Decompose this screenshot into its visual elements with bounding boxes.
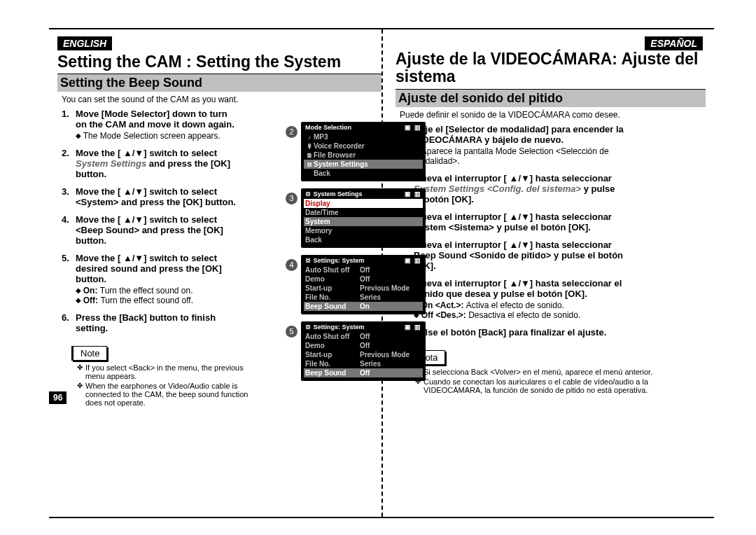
lang-tag-espanol: ESPAÑOL — [645, 36, 703, 50]
section-heading-right: Ajuste del sonido del pitido — [396, 89, 706, 107]
step-item: 5.Mueva el interruptor [ ▲/▼] hasta sele… — [400, 278, 624, 320]
manual-page: ENGLISH Setting the CAM : Setting the Sy… — [49, 28, 714, 518]
screen-badge: 2 — [286, 126, 298, 138]
screen-badge: 4 — [286, 259, 298, 271]
step-item: 4.Mueva el interruptor [ ▲/▼] hasta sele… — [400, 239, 624, 271]
menu-row: DemoOff — [304, 275, 423, 284]
menu-row: File No.Series — [304, 293, 423, 302]
screen-preview: 2Mode Selection▣ ▥♪MP3🎙Voice Recorder🗎Fi… — [301, 122, 426, 181]
right-column: ESPAÑOL Ajuste de la VIDEOCÁMARA: Ajuste… — [382, 29, 714, 396]
page-number: 96 — [49, 391, 66, 404]
menu-row: Start-upPrevious Mode — [304, 350, 423, 359]
step-item: 2.Move the [ ▲/▼] switch to select Syste… — [62, 148, 237, 179]
menu-row: File No.Series — [304, 359, 423, 368]
section-heading-left: Setting the Beep Sound — [57, 74, 382, 92]
menu-row: Display — [304, 199, 423, 208]
intro-text-left: You can set the sound of the CAM as you … — [62, 95, 382, 104]
menu-row: Auto Shut offOff — [304, 265, 423, 275]
menu-row: Beep SoundOff — [304, 368, 423, 377]
page-title-right: Ajuste de la VIDEOCÁMARA: Ajuste del sis… — [396, 50, 706, 86]
menu-row: 🎙Voice Recorder — [304, 141, 423, 151]
menu-row: Memory — [304, 226, 423, 235]
intro-text-right: Puede definir el sonido de la VIDEOCÁMAR… — [400, 110, 706, 120]
menu-row: Start-upPrevious Mode — [304, 284, 423, 293]
note-item: Cuando se conectan los auriculares o el … — [415, 377, 706, 394]
menu-row: System — [304, 217, 423, 226]
step-item: 3.Move the [ ▲/▼] switch to select <Syst… — [62, 186, 237, 207]
menu-row: ⛭System Settings — [304, 160, 423, 169]
menu-row: Back — [304, 169, 423, 178]
menu-row: Date/Time — [304, 208, 423, 217]
note-list-left: If you select <Back> in the menu, the pr… — [77, 363, 252, 407]
screen-badge: 3 — [286, 193, 298, 204]
steps-left: 1.Move [Mode Selector] down to turn on t… — [62, 109, 237, 333]
step-item: 5.Move the [ ▲/▼] switch to select desir… — [62, 253, 237, 305]
menu-row: 🗎File Browser — [304, 151, 423, 160]
screen-preview: 3⛭ System Settings▣ ▥DisplayDate/TimeSys… — [301, 188, 426, 248]
step-item: 3.Mueva el interruptor [ ▲/▼] hasta sele… — [400, 211, 624, 232]
step-item: 6.Pulse el botón [Back] para finalizar e… — [400, 327, 624, 338]
note-item: When the earphones or Video/Audio cable … — [77, 382, 252, 407]
menu-row: ♪MP3 — [304, 132, 423, 141]
note-list-right: Si selecciona Back <Volver> en el menú, … — [415, 368, 706, 394]
screen-preview: 5⛭ Settings: System▣ ▥Auto Shut offOffDe… — [301, 321, 426, 381]
page-title-left: Setting the CAM : Setting the System — [57, 53, 382, 71]
screen-preview: 4⛭ Settings: System▣ ▥Auto Shut offOffDe… — [301, 255, 426, 314]
menu-row: Beep SoundOn — [304, 302, 423, 311]
note-item: Si selecciona Back <Volver> en el menú, … — [415, 368, 706, 376]
step-item: 2.Mueva el interruptor [ ▲/▼] hasta sele… — [400, 173, 624, 204]
step-item: 1.Baje el [Selector de modalidad] para e… — [400, 124, 624, 166]
screen-badge: 5 — [286, 326, 298, 338]
lang-tag-english: ENGLISH — [57, 36, 112, 50]
step-item: 6.Press the [Back] button to finish sett… — [62, 312, 237, 333]
steps-right: 1.Baje el [Selector de modalidad] para e… — [400, 124, 624, 338]
note-item: If you select <Back> in the menu, the pr… — [77, 363, 252, 380]
step-item: 1.Move [Mode Selector] down to turn on t… — [62, 109, 237, 141]
menu-row: Back — [304, 235, 423, 244]
step-item: 4.Move the [ ▲/▼] switch to select <Beep… — [62, 214, 237, 246]
menu-row: Auto Shut offOff — [304, 332, 423, 341]
note-label-left: Note — [71, 346, 107, 361]
screenshot-column: 2Mode Selection▣ ▥♪MP3🎙Voice Recorder🗎Fi… — [301, 122, 426, 388]
menu-row: DemoOff — [304, 341, 423, 350]
